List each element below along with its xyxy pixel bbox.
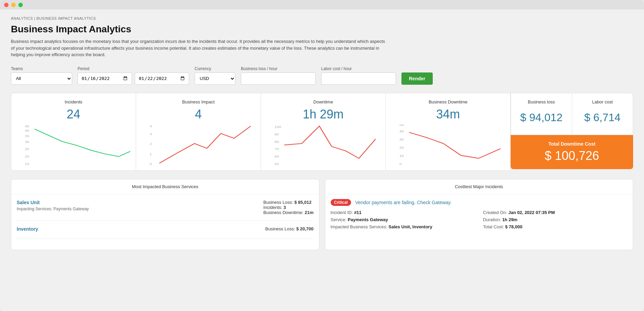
business-loss-label: Business loss / hour bbox=[241, 66, 316, 71]
incident-service-row: Service: Payments Gateway bbox=[331, 217, 475, 222]
most-impacted-card: Most Impacted Business Services Sales Un… bbox=[11, 179, 319, 250]
service-item-inventory: Inventory Business Loss: $ 20,700 bbox=[17, 226, 314, 239]
downtime-title: Downtime bbox=[266, 99, 380, 104]
svg-text:90: 90 bbox=[275, 132, 279, 136]
svg-text:30: 30 bbox=[399, 137, 404, 141]
render-button[interactable]: Render bbox=[401, 72, 433, 85]
svg-text:4: 4 bbox=[150, 124, 152, 128]
incidents-chart: 15 20 25 30 35 40 45 bbox=[25, 124, 130, 165]
svg-text:40: 40 bbox=[399, 129, 404, 133]
svg-text:0: 0 bbox=[150, 162, 152, 165]
teams-label: Teams bbox=[11, 66, 72, 71]
page-description: Business impact analytics focuses on the… bbox=[11, 38, 385, 58]
svg-text:20: 20 bbox=[25, 154, 29, 158]
incident-impacted: Sales Unit, Inventory bbox=[389, 224, 432, 229]
business-loss-card: Business loss $ 94,012 bbox=[511, 93, 572, 135]
business-loss-input[interactable] bbox=[241, 72, 316, 85]
svg-text:3: 3 bbox=[150, 132, 152, 135]
most-impacted-header: Most Impacted Business Services bbox=[11, 179, 319, 194]
costliest-header: Costliest Major Incidents bbox=[325, 179, 633, 194]
svg-text:60: 60 bbox=[275, 154, 279, 158]
svg-text:10: 10 bbox=[399, 153, 404, 157]
svg-text:45: 45 bbox=[25, 124, 29, 128]
service-stats-inventory: Business Loss: $ 20,700 bbox=[265, 226, 314, 231]
business-downtime-value: 34m bbox=[391, 107, 505, 121]
business-loss-labor-row: Business loss $ 94,012 Labor cost $ 6,71… bbox=[511, 93, 633, 135]
svg-text:35: 35 bbox=[25, 134, 29, 138]
incident-title: Vendor payments are failing. Check Gatew… bbox=[355, 200, 451, 205]
svg-text:20: 20 bbox=[399, 145, 404, 149]
incident-created: Jan 02, 2022 07:35 PM bbox=[508, 210, 555, 215]
business-loss-filter-group: Business loss / hour bbox=[241, 66, 316, 85]
incidents-title: Incidents bbox=[17, 99, 130, 104]
business-loss-title: Business loss bbox=[516, 99, 566, 104]
close-button[interactable] bbox=[4, 3, 9, 7]
total-downtime-cost-title: Total Downtime Cost bbox=[519, 141, 625, 147]
downtime-chart: 50 60 70 80 90 100 bbox=[275, 124, 380, 165]
downtime-card: Downtime 1h 29m 50 60 70 80 90 100 bbox=[261, 93, 386, 171]
service-stats-sales: Business Loss: $ 85,012 Incidents: 3 Bus… bbox=[263, 200, 313, 215]
business-loss-value: $ 94,012 bbox=[516, 111, 566, 124]
period-filter-group: Period bbox=[78, 66, 189, 85]
period-label: Period bbox=[78, 66, 189, 71]
period-end-input[interactable] bbox=[135, 72, 189, 85]
business-downtime-chart-container: 0 10 20 30 40 50 bbox=[391, 124, 505, 166]
teams-filter-group: Teams All bbox=[11, 66, 72, 85]
business-downtime-card: Business Downtime 34m 0 10 20 30 40 50 bbox=[386, 93, 511, 171]
incident-total-cost: $ 78,000 bbox=[505, 224, 523, 229]
total-downtime-cost-value: $ 100,726 bbox=[519, 149, 625, 163]
period-start-input[interactable] bbox=[78, 72, 132, 85]
incident-created-row: Created On: Jan 02, 2022 07:35 PM bbox=[483, 210, 627, 215]
svg-text:50: 50 bbox=[399, 124, 404, 127]
business-impact-chart-container: 0 1 2 3 4 bbox=[142, 124, 255, 166]
svg-text:30: 30 bbox=[25, 140, 29, 143]
labor-cost-title: Labor cost bbox=[578, 99, 628, 104]
filters-bar: Teams All Period Currency USD EUR GBP bbox=[11, 66, 633, 85]
labor-cost-input[interactable] bbox=[321, 72, 396, 85]
incident-body: Critical Vendor payments are failing. Ch… bbox=[325, 194, 633, 234]
service-item-sales: Sales Unit Impacting Services: Payments … bbox=[17, 200, 314, 221]
svg-text:2: 2 bbox=[150, 142, 152, 145]
business-impact-card: Business Impact 4 0 1 2 3 4 bbox=[136, 93, 261, 171]
metrics-row: Incidents 24 15 20 25 30 35 40 45 bbox=[11, 93, 633, 171]
minimize-button[interactable] bbox=[11, 3, 16, 7]
page-title: Business Impact Analytics bbox=[11, 24, 633, 35]
downtime-value: 1h 29m bbox=[266, 107, 380, 121]
maximize-button[interactable] bbox=[18, 3, 23, 7]
most-impacted-body: Sales Unit Impacting Services: Payments … bbox=[11, 194, 319, 250]
currency-label: Currency bbox=[195, 66, 235, 71]
labor-cost-filter-group: Labor cost / hour bbox=[321, 66, 396, 85]
incident-header: Critical Vendor payments are failing. Ch… bbox=[331, 199, 628, 206]
business-downtime-title: Business Downtime bbox=[391, 99, 505, 104]
business-impact-title: Business Impact bbox=[142, 99, 255, 104]
teams-select[interactable]: All bbox=[11, 72, 72, 85]
svg-text:40: 40 bbox=[25, 128, 29, 132]
svg-text:100: 100 bbox=[275, 125, 281, 128]
downtime-chart-container: 50 60 70 80 90 100 bbox=[266, 124, 380, 166]
incident-duration-row: Duration: 1h 29m bbox=[483, 217, 627, 222]
bottom-row: Most Impacted Business Services Sales Un… bbox=[11, 179, 633, 250]
incident-service: Payments Gateway bbox=[348, 217, 388, 222]
costliest-card: Costliest Major Incidents Critical Vendo… bbox=[325, 179, 633, 250]
incident-id-row: Incident ID: #11 bbox=[331, 210, 475, 215]
svg-text:70: 70 bbox=[275, 147, 279, 151]
business-downtime-chart: 0 10 20 30 40 50 bbox=[399, 124, 505, 165]
labor-cost-label: Labor cost / hour bbox=[321, 66, 396, 71]
right-metrics-group: Business loss $ 94,012 Labor cost $ 6,71… bbox=[511, 93, 633, 171]
service-impacting-sales: Impacting Services: Payments Gateway bbox=[17, 207, 89, 211]
business-impact-chart: 0 1 2 3 4 bbox=[150, 124, 255, 165]
incident-impacted-row: Impacted Business Services: Sales Unit, … bbox=[331, 224, 475, 229]
svg-text:80: 80 bbox=[275, 140, 279, 143]
svg-text:1: 1 bbox=[150, 152, 152, 156]
currency-select[interactable]: USD EUR GBP bbox=[195, 72, 235, 85]
incidents-value: 24 bbox=[17, 107, 130, 121]
svg-text:25: 25 bbox=[25, 147, 29, 151]
svg-text:0: 0 bbox=[399, 162, 401, 165]
svg-text:15: 15 bbox=[25, 162, 29, 165]
critical-badge: Critical bbox=[331, 199, 351, 206]
svg-text:50: 50 bbox=[275, 162, 279, 165]
incident-duration: 1h 29m bbox=[502, 217, 517, 222]
breadcrumb: ANALYTICS | BUSINESS IMPACT ANALYTICS bbox=[11, 16, 633, 20]
service-name-sales: Sales Unit bbox=[17, 200, 89, 205]
currency-filter-group: Currency USD EUR GBP bbox=[195, 66, 235, 85]
